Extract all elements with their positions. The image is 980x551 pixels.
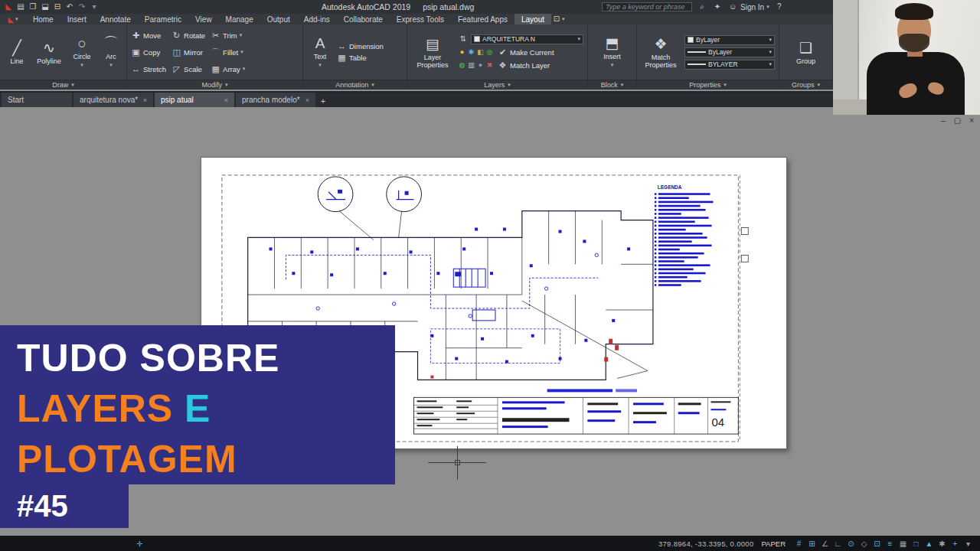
selection-cycling-icon[interactable]: □ (910, 540, 922, 548)
search-icon[interactable]: ⌕ (697, 2, 707, 12)
close-button[interactable]: × (969, 116, 974, 125)
panel-label-properties[interactable]: Properties▾ (637, 80, 779, 90)
linetype-dropdown[interactable]: BYLAYER▾ (684, 60, 775, 70)
match-layer-button[interactable]: ❖Match Layer (498, 60, 550, 70)
chevron-down-icon: ▾ (577, 36, 580, 42)
close-icon[interactable]: × (305, 96, 309, 104)
line-button[interactable]: ╱Line (4, 40, 30, 65)
group-button[interactable]: ❏Group (791, 40, 822, 65)
close-icon[interactable]: × (143, 96, 147, 104)
insert-block-button[interactable]: ⬒Insert▾ (597, 35, 628, 69)
circle-button[interactable]: ○Circle▾ (68, 35, 96, 69)
keytip-icon[interactable]: ✦ (712, 2, 723, 12)
text-button[interactable]: AText▾ (307, 35, 333, 69)
workspace-switch-icon[interactable]: ✱ (936, 540, 948, 548)
polyline-button[interactable]: ∿Polyline (34, 40, 64, 65)
layer-unisolate-icon[interactable]: ◍ (458, 60, 466, 70)
trim-button[interactable]: ✂Trim▾ (211, 31, 245, 41)
snap-icon[interactable]: ⊞ (806, 540, 818, 548)
doc-tab-prancha-modelo[interactable]: prancha modelo*× (236, 93, 315, 107)
layer-select-dropdown[interactable]: ARQUITETURA N ▾ (471, 34, 583, 44)
object-color-dropdown[interactable]: ByLayer▾ (684, 35, 775, 45)
restore-button[interactable]: ▢ (954, 116, 961, 125)
rotate-button[interactable]: ↻Rotate (172, 31, 205, 41)
close-icon[interactable]: × (224, 96, 228, 104)
object-snap-icon[interactable]: ⊡ (871, 540, 883, 548)
panel-label-groups[interactable]: Groups▾ (779, 80, 832, 90)
help-icon[interactable]: ? (774, 2, 785, 12)
layer-on-icon[interactable]: ● (458, 47, 466, 57)
sign-in-button[interactable]: ☺ Sign In ▾ (727, 2, 769, 12)
layer-lock-icon[interactable]: ◧ (476, 47, 485, 57)
group-icon: ❏ (799, 40, 812, 57)
infer-constraints-icon[interactable]: ∠ (819, 540, 831, 548)
ribbon-display-icon[interactable]: ⊡ (551, 14, 562, 24)
new-tab-button[interactable]: + (317, 95, 329, 107)
layer-isolate-icon[interactable]: ◎ (485, 47, 494, 57)
undo-icon[interactable]: ↶ (64, 2, 75, 12)
tab-featured-apps[interactable]: Featured Apps (451, 14, 514, 24)
match-properties-button[interactable]: ❖Match Properties (641, 36, 681, 69)
tab-parametric[interactable]: Parametric (138, 14, 188, 24)
polar-tracking-icon[interactable]: ⊙ (845, 540, 857, 548)
tab-collaborate[interactable]: Collaborate (337, 14, 390, 24)
tab-view[interactable]: View (188, 14, 219, 24)
paper-model-toggle[interactable]: PAPER (761, 540, 786, 548)
layer-state-icon[interactable]: ⇅ (458, 34, 469, 44)
search-input[interactable]: Type a keyword or phrase (602, 2, 692, 11)
open-file-icon[interactable]: ❒ (28, 2, 38, 12)
annotation-scale-icon[interactable]: ▲ (923, 540, 935, 548)
dimension-button[interactable]: ↔Dimension (337, 41, 403, 51)
layer-walk-icon[interactable]: ▥ (467, 60, 475, 70)
coordinates-readout[interactable]: 379.8964, -33.3395, 0.0000 (658, 540, 754, 548)
qat-dropdown-icon[interactable]: ▾ (89, 2, 100, 12)
customize-icon[interactable]: ▾ (962, 540, 974, 548)
minimize-button[interactable]: – (941, 116, 946, 125)
annotation-monitor-icon[interactable]: + (949, 540, 961, 548)
lineweight-dropdown[interactable]: ByLayer▾ (684, 47, 775, 57)
fillet-button[interactable]: ⌒Fillet▾ (211, 47, 245, 58)
transparency-icon[interactable]: ▦ (897, 540, 909, 548)
panel-label-block[interactable]: Block▾ (588, 80, 636, 90)
layer-freeze-icon[interactable]: ✱ (467, 47, 475, 57)
save-icon[interactable]: ⬓ (40, 2, 51, 12)
tab-annotate[interactable]: Annotate (93, 14, 138, 24)
ortho-icon[interactable]: ∟ (832, 540, 844, 548)
autocad-logo-icon[interactable]: ◣ (3, 2, 14, 12)
layer-delete-icon[interactable]: ✖ (485, 60, 494, 70)
doc-tab-psip-atual[interactable]: psip atual× (155, 93, 234, 107)
move-button[interactable]: ✚Move (131, 31, 166, 41)
arc-button[interactable]: ⌒Arc▾ (100, 35, 122, 69)
layer-properties-button[interactable]: ▤Layer Properties (411, 36, 454, 69)
panel-label-annotation[interactable]: Annotation▾ (303, 80, 407, 90)
layer-off-icon[interactable]: ● (476, 60, 485, 70)
panel-label-modify[interactable]: Modify▾ (127, 80, 302, 90)
plot-icon[interactable]: ⊟ (52, 2, 63, 12)
tab-addins[interactable]: Add-ins (297, 14, 337, 24)
new-file-icon[interactable]: ▤ (15, 2, 26, 12)
table-button[interactable]: ▦Table (337, 53, 403, 63)
tab-insert[interactable]: Insert (60, 14, 93, 24)
tab-express-tools[interactable]: Express Tools (390, 14, 451, 24)
tab-manage[interactable]: Manage (219, 14, 260, 24)
doc-tab-arquitetura-nova[interactable]: arquitetura nova*× (74, 93, 153, 107)
ribbon-collapse-icon[interactable]: ▾ (562, 16, 565, 22)
make-current-button[interactable]: ✔Make Current (498, 47, 554, 57)
copy-button[interactable]: ▣Copy (131, 47, 166, 57)
stretch-button[interactable]: ↔Stretch (131, 64, 166, 73)
array-button[interactable]: ▦Array▾ (211, 64, 245, 74)
isodraft-icon[interactable]: ◇ (858, 540, 870, 548)
lineweight-display-icon[interactable]: ≡ (884, 540, 896, 548)
mirror-button[interactable]: ◫Mirror (172, 47, 205, 57)
panel-label-draw[interactable]: Draw▾ (0, 80, 126, 90)
model-space-icon[interactable]: ✛ (136, 540, 142, 548)
doc-tab-start[interactable]: Start (2, 93, 72, 107)
tab-output[interactable]: Output (260, 14, 297, 24)
scale-button[interactable]: ◸Scale (172, 64, 205, 74)
grid-icon[interactable]: # (793, 540, 805, 548)
redo-icon[interactable]: ↷ (77, 2, 87, 12)
application-menu-button[interactable]: ◣▾ (0, 15, 26, 24)
tab-layout[interactable]: Layout (514, 14, 551, 24)
panel-label-layers[interactable]: Layers▾ (407, 80, 587, 90)
tab-home[interactable]: Home (26, 14, 60, 24)
